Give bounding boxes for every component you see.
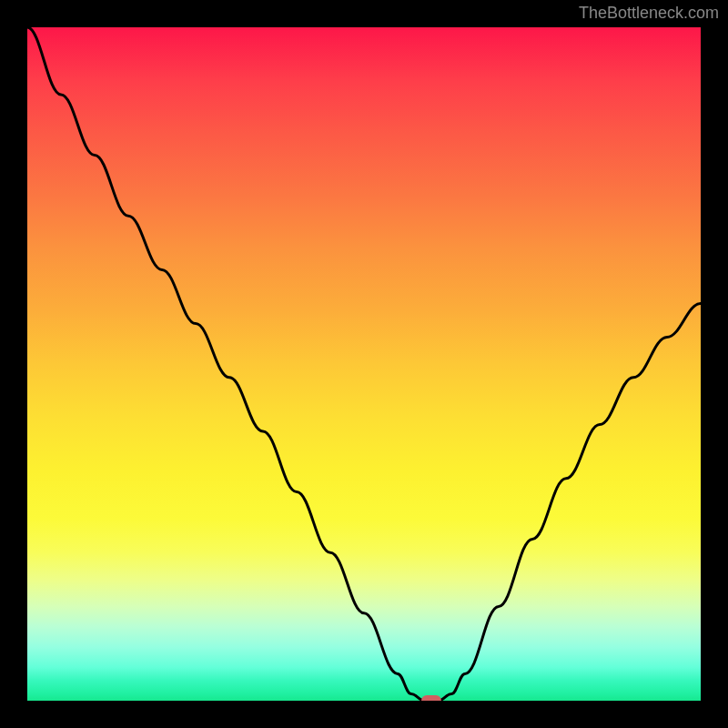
optimal-point-marker [421, 695, 441, 701]
bottleneck-curve [27, 27, 701, 701]
attribution-text: TheBottleneck.com [579, 4, 719, 23]
chart-plot-area [27, 27, 701, 701]
